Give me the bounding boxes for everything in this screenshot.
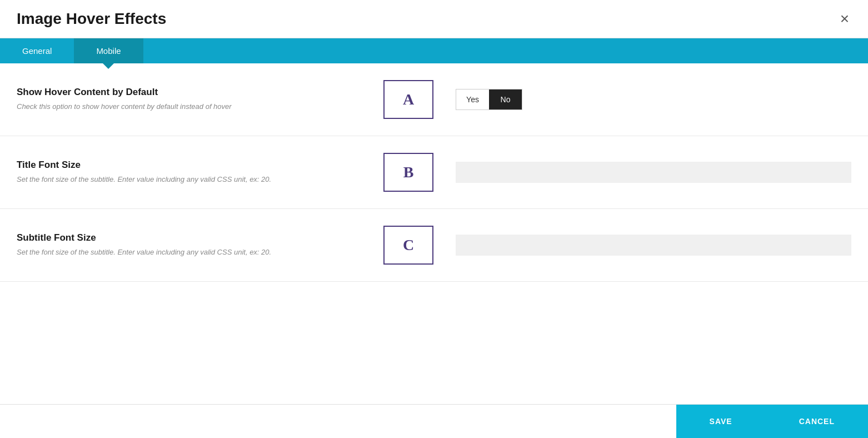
- save-button[interactable]: SAVE: [676, 405, 766, 438]
- row-label-subtitle-font: Subtitle Font Size Set the font size of …: [17, 232, 361, 258]
- yes-no-toggle: Yes No: [456, 89, 522, 110]
- tab-mobile[interactable]: Mobile: [74, 38, 143, 63]
- label-desc-subtitle-font: Set the font size of the subtitle. Enter…: [17, 247, 361, 258]
- dialog: Image Hover Effects × General Mobile Sho…: [0, 0, 868, 438]
- tab-general[interactable]: General: [0, 38, 74, 63]
- row-title-font-size: Title Font Size Set the font size of the…: [0, 136, 868, 209]
- control-show-hover: Yes No: [456, 89, 851, 110]
- tab-bar: General Mobile: [0, 38, 868, 63]
- label-title-subtitle-font: Subtitle Font Size: [17, 232, 361, 243]
- control-subtitle-font: [456, 235, 851, 256]
- cancel-button[interactable]: CANCEL: [766, 405, 868, 438]
- label-title-show-hover: Show Hover Content by Default: [17, 87, 361, 98]
- row-label-title-font: Title Font Size Set the font size of the…: [17, 160, 361, 185]
- label-title-title-font: Title Font Size: [17, 160, 361, 171]
- dialog-content: Show Hover Content by Default Check this…: [0, 63, 868, 404]
- control-title-font: [456, 162, 851, 183]
- row-label-show-hover: Show Hover Content by Default Check this…: [17, 87, 361, 112]
- row-show-hover: Show Hover Content by Default Check this…: [0, 63, 868, 136]
- icon-c: C: [383, 226, 433, 265]
- icon-b: B: [383, 153, 433, 192]
- dialog-title: Image Hover Effects: [17, 10, 166, 28]
- yes-button[interactable]: Yes: [456, 89, 489, 109]
- close-button[interactable]: ×: [838, 11, 851, 27]
- no-button[interactable]: No: [489, 89, 522, 109]
- dialog-footer: SAVE CANCEL: [0, 404, 868, 438]
- title-font-size-input[interactable]: [456, 162, 851, 183]
- label-desc-title-font: Set the font size of the subtitle. Enter…: [17, 174, 361, 185]
- icon-a: A: [383, 80, 433, 119]
- label-desc-show-hover: Check this option to show hover content …: [17, 101, 361, 112]
- dialog-header: Image Hover Effects ×: [0, 0, 868, 38]
- row-subtitle-font-size: Subtitle Font Size Set the font size of …: [0, 209, 868, 282]
- subtitle-font-size-input[interactable]: [456, 235, 851, 256]
